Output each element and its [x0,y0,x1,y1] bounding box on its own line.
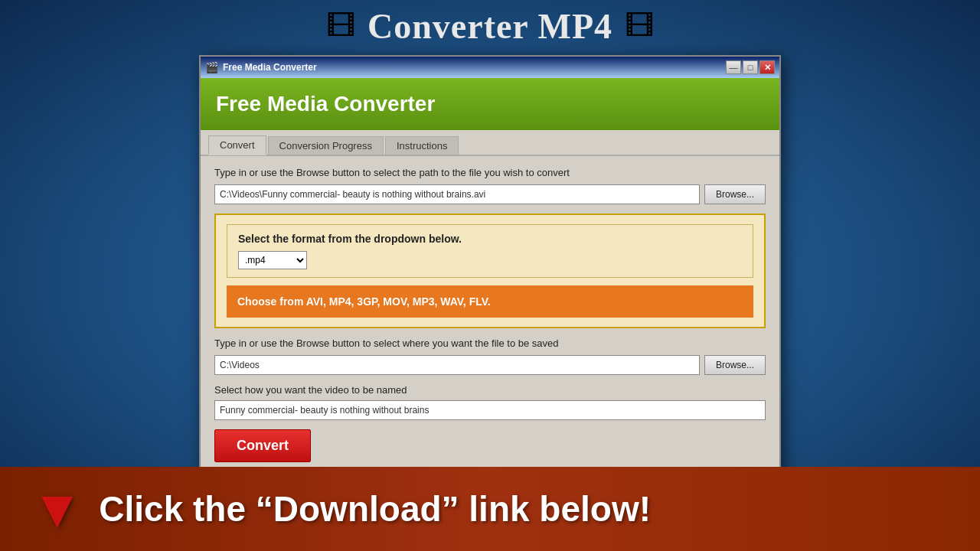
content-area: Type in or use the Browse button to sele… [201,156,779,476]
titlebar-buttons: — □ ✕ [726,60,775,74]
browse-file-button[interactable]: Browse... [704,184,766,204]
browse-save-button[interactable]: Browse... [704,355,766,375]
maximize-button[interactable]: □ [743,60,758,74]
tab-bar: Convert Conversion Progress Instructions [201,130,779,156]
film-reel-right-icon: 🎞 [625,10,654,43]
app-icon: 🎬 [205,61,218,73]
titlebar: 🎬 Free Media Converter — □ ✕ [201,57,779,78]
format-banner: Choose from AVI, MP4, 3GP, MOV, MP3, WAV… [227,285,753,318]
format-banner-text: Choose from AVI, MP4, 3GP, MOV, MP3, WAV… [237,295,491,308]
titlebar-left: 🎬 Free Media Converter [205,61,317,73]
titlebar-title: Free Media Converter [223,62,317,73]
download-arrow-icon: ▼ [31,482,83,536]
file-path-input[interactable] [214,184,700,204]
save-path-input[interactable] [214,355,700,375]
file-input-row: Browse... [214,184,766,204]
page-header: 🎞 Converter MP4 🎞 [0,0,980,52]
bottom-banner: ▼ Click the “Download” link below! [0,467,980,551]
page-title: Converter MP4 [368,6,612,47]
save-input-row: Browse... [214,355,766,375]
download-banner-text: Click the “Download” link below! [99,488,651,530]
save-instruction-text: Type in or use the Browse button to sele… [214,337,766,349]
format-label: Select the format from the dropdown belo… [238,233,742,245]
format-inner-box: Select the format from the dropdown belo… [227,224,753,278]
app-window: 🎬 Free Media Converter — □ ✕ Free Media … [199,55,781,478]
format-dropdown[interactable]: .mp4 .avi .3gp .mov .mp3 .wav .flv [238,251,307,269]
app-header: Free Media Converter [201,78,779,130]
format-section: Select the format from the dropdown belo… [214,214,766,328]
film-reel-left-icon: 🎞 [326,10,355,43]
convert-button[interactable]: Convert [214,429,311,462]
file-instruction-text: Type in or use the Browse button to sele… [214,167,766,178]
tab-conversion-progress[interactable]: Conversion Progress [268,136,384,155]
minimize-button[interactable]: — [726,60,741,74]
video-name-input[interactable] [214,400,766,420]
format-select-row: .mp4 .avi .3gp .mov .mp3 .wav .flv [238,251,742,269]
name-label: Select how you want the video to be name… [214,384,766,396]
tab-instructions[interactable]: Instructions [385,136,459,155]
close-button[interactable]: ✕ [760,60,775,74]
app-header-title: Free Media Converter [216,92,435,116]
tab-convert[interactable]: Convert [208,135,266,155]
